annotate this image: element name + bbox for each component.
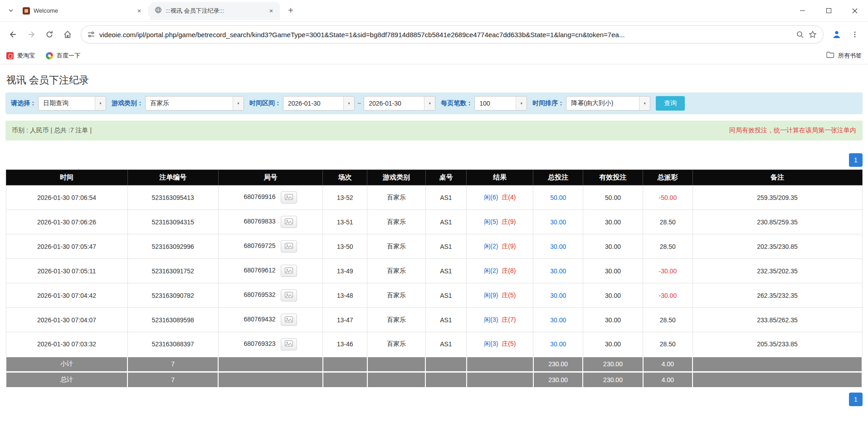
range-separator: ~ — [357, 100, 361, 107]
time-sort-label: 时间排序： — [532, 99, 564, 107]
result-player: 闲(2) — [484, 267, 498, 274]
result-player: 闲(5) — [484, 218, 498, 225]
round-cell: 680769725 — [218, 234, 322, 259]
header-payout: 总派彩 — [643, 170, 693, 185]
round-id: 680769532 — [244, 291, 275, 298]
tab-divider — [149, 6, 149, 15]
round-id: 680769612 — [244, 267, 275, 274]
total-bet-cell[interactable]: 30.00 — [533, 308, 583, 332]
total-bet-cell[interactable]: 30.00 — [533, 259, 583, 283]
round-detail-image-icon — [285, 243, 293, 250]
round-detail-button[interactable] — [281, 216, 297, 228]
profile-avatar[interactable] — [828, 26, 845, 43]
new-tab-button[interactable]: + — [284, 5, 297, 17]
round-detail-button[interactable] — [281, 240, 297, 252]
time-sort-select[interactable]: 降幂(由大到小) ▾ — [566, 96, 650, 111]
game-type-cell: 百家乐 — [367, 308, 425, 332]
empty-cell — [367, 357, 425, 372]
site-settings-icon[interactable] — [88, 31, 95, 38]
zoom-icon[interactable] — [796, 30, 804, 39]
total-bet-cell[interactable]: 30.00 — [533, 210, 583, 234]
table-body: 2026-01-30 07:06:54 523163095413 6807699… — [6, 185, 862, 357]
empty-cell — [425, 357, 467, 372]
game-type-select[interactable]: 百家乐 ▾ — [145, 96, 244, 111]
home-button[interactable] — [59, 26, 76, 43]
round-detail-button[interactable] — [281, 191, 297, 204]
header-time: 时间 — [6, 170, 127, 185]
query-type-select[interactable]: 日期查询 ▾ — [38, 96, 106, 111]
url-text[interactable]: videoie.com/ipl/portal.php/game/betrecor… — [99, 31, 791, 39]
page-1-button[interactable]: 1 — [849, 393, 863, 406]
round-id: 680769833 — [244, 218, 275, 225]
refresh-button[interactable] — [41, 26, 58, 43]
round-detail-button[interactable] — [281, 289, 297, 301]
chevron-down-icon: ▾ — [516, 97, 527, 110]
time-cell: 2026-01-30 07:05:11 — [6, 259, 127, 283]
header-valid-bet: 有效投注 — [583, 170, 643, 185]
back-button[interactable] — [5, 26, 22, 43]
session-cell: 13-52 — [323, 185, 367, 210]
subtotal-count: 7 — [127, 357, 218, 372]
chevron-down-icon: ▾ — [343, 97, 354, 110]
total-bet-cell[interactable]: 30.00 — [533, 234, 583, 259]
search-button[interactable]: 查询 — [656, 96, 685, 111]
tab-close-icon[interactable]: × — [267, 7, 275, 15]
result-player: 闲(2) — [484, 243, 498, 250]
round-detail-image-icon — [285, 292, 293, 299]
date-to-select[interactable]: 2026-01-30 ▾ — [364, 96, 435, 111]
game-type-value: 百家乐 — [146, 97, 233, 110]
date-range-label: 时间区间： — [249, 99, 281, 107]
browser-menu-button[interactable] — [846, 26, 863, 43]
maximize-button[interactable] — [815, 0, 842, 21]
minimize-button[interactable] — [789, 0, 815, 21]
table-row: 2026-01-30 07:05:47 523163092996 6807697… — [6, 234, 862, 259]
chevron-down-icon: ▾ — [424, 97, 435, 110]
page-title: 视讯 会员下注纪录 — [6, 73, 868, 87]
session-cell: 13-50 — [323, 234, 367, 259]
page-size-label: 每页笔数： — [441, 99, 473, 107]
grand-total-count: 7 — [127, 372, 218, 388]
tab-close-icon[interactable]: × — [135, 7, 143, 15]
remark-cell: 230.85/259.35 — [692, 210, 862, 234]
round-detail-button[interactable] — [281, 338, 297, 350]
remark-cell: 232.35/202.35 — [692, 259, 862, 283]
table-header: 时间 注单编号 局号 场次 游戏类别 桌号 结果 总投注 有效投注 总派彩 备注 — [6, 170, 862, 185]
payout-cell: 28.50 — [643, 308, 693, 332]
tab-welcome[interactable]: Welcome × — [18, 2, 148, 20]
table-row: 2026-01-30 07:04:07 523163089598 6807694… — [6, 308, 862, 332]
empty-cell — [323, 357, 367, 372]
result-banker: 庄(7) — [502, 316, 516, 323]
header-bet-id: 注单编号 — [127, 170, 218, 185]
round-detail-button[interactable] — [281, 265, 297, 277]
total-bet-cell[interactable]: 50.00 — [533, 185, 583, 210]
total-bet-cell[interactable]: 30.00 — [533, 283, 583, 308]
round-id: 680769432 — [244, 316, 275, 323]
bookmark-aitaobao[interactable]: 爱淘宝 — [6, 52, 35, 60]
address-bar[interactable]: videoie.com/ipl/portal.php/game/betrecor… — [81, 25, 824, 44]
tab-search-button[interactable] — [4, 5, 18, 17]
remark-cell: 262.35/232.35 — [692, 283, 862, 308]
grand-total-valid-bet: 230.00 — [583, 372, 643, 388]
close-button[interactable] — [842, 0, 868, 21]
payout-cell: -30.00 — [643, 259, 693, 283]
date-from-select[interactable]: 2026-01-30 ▾ — [283, 96, 355, 111]
session-cell: 13-49 — [323, 259, 367, 283]
table-footer: 小计 7 230.00 230.00 4.00 总计 7 — [6, 357, 862, 388]
bookmark-baidu[interactable]: 百度一下 — [46, 52, 80, 60]
round-cell: 680769432 — [218, 308, 322, 332]
tab-bet-records[interactable]: :::视讯 会员下注纪录::: × — [150, 2, 280, 20]
round-detail-button[interactable] — [281, 314, 297, 326]
game-type-cell: 百家乐 — [367, 185, 425, 210]
page-1-button[interactable]: 1 — [849, 153, 863, 167]
date-from-value: 2026-01-30 — [283, 97, 343, 110]
table-no-cell: AS1 — [425, 332, 467, 357]
page-size-select[interactable]: 100 ▾ — [474, 96, 527, 111]
forward-button[interactable] — [23, 26, 40, 43]
session-cell: 13-46 — [323, 332, 367, 357]
subtotal-total-bet: 230.00 — [533, 357, 583, 372]
total-bet-cell[interactable]: 30.00 — [533, 332, 583, 357]
date-to-value: 2026-01-30 — [364, 97, 424, 110]
all-bookmarks-button[interactable]: 所有书签 — [826, 52, 862, 60]
bookmark-star-icon[interactable] — [809, 30, 817, 39]
round-detail-image-icon — [285, 218, 293, 226]
